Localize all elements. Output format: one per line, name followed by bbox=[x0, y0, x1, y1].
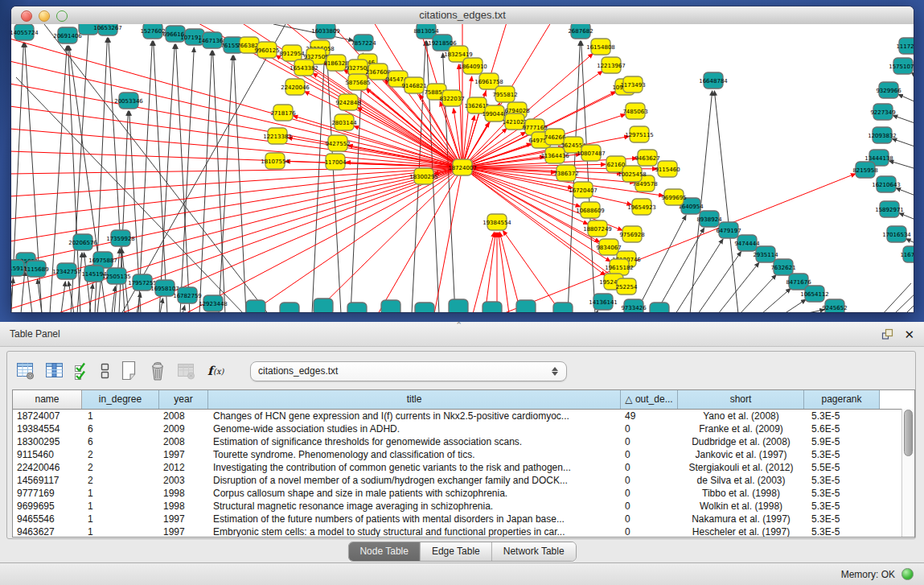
table-scrollbar[interactable] bbox=[901, 409, 915, 537]
cell-short: Jankovic et al. (1997) bbox=[678, 448, 804, 461]
graph-node[interactable] bbox=[553, 303, 573, 312]
float-panel-icon[interactable] bbox=[881, 328, 893, 340]
graph-node-label: 10025458 bbox=[618, 171, 647, 178]
column-header-out_de[interactable]: △ out_de... bbox=[621, 390, 678, 409]
table-row[interactable]: 977716911998Corpus callosum shape and si… bbox=[13, 487, 914, 500]
graph-node-label: 16210643 bbox=[872, 182, 901, 188]
table-row[interactable]: 1456911722003Disruption of a novel membe… bbox=[13, 474, 914, 487]
graph-node-label: 746266 bbox=[544, 134, 566, 141]
cell-pagerank: 5.5E-5 bbox=[804, 461, 880, 474]
cell-title: Investigating the contribution of common… bbox=[208, 461, 621, 474]
cell-pagerank: 5.3E-5 bbox=[804, 448, 880, 461]
cell-short: Yano et al. (2008) bbox=[678, 410, 804, 422]
network-window-titlebar[interactable]: citations_edges.txt bbox=[11, 6, 914, 25]
graph-node[interactable] bbox=[449, 299, 468, 312]
create-table-icon[interactable] bbox=[118, 360, 139, 382]
graph-node[interactable] bbox=[314, 299, 333, 312]
table-panel-header[interactable]: ⌃ Table Panel ✕ bbox=[0, 322, 924, 347]
tab-edge-table[interactable]: Edge Table bbox=[420, 542, 491, 561]
cell-short: Wolkin et al. (1998) bbox=[678, 500, 804, 513]
column-header-title[interactable]: title bbox=[208, 390, 621, 409]
column-header-name[interactable]: name bbox=[13, 390, 82, 409]
graph-node[interactable] bbox=[415, 303, 434, 312]
table-panel: ⌃ Table Panel ✕ bbox=[0, 322, 924, 585]
table-header-row: namein_degreeyeartitle△ out_de...shortpa… bbox=[13, 390, 914, 410]
graph-node-label: 12975115 bbox=[625, 132, 654, 138]
graph-node-label: 9245652 bbox=[822, 305, 847, 311]
tab-network-table[interactable]: Network Table bbox=[491, 542, 576, 561]
show-columns-icon[interactable] bbox=[44, 360, 65, 381]
graph-node-label: 9329966 bbox=[876, 88, 901, 94]
graph-node-label: 17359928 bbox=[106, 236, 135, 242]
cell-out_de: 0 bbox=[621, 487, 678, 500]
table-selector-dropdown[interactable]: citations_edges.txt bbox=[250, 361, 567, 381]
graph-node[interactable] bbox=[516, 300, 536, 312]
column-header-short[interactable]: short bbox=[678, 390, 804, 409]
svg-text:(x): (x) bbox=[213, 367, 225, 376]
table-browser: f (x) citations_edges.txt namein_degreey… bbox=[6, 351, 916, 539]
graph-node-label: 19615182 bbox=[605, 265, 634, 271]
column-header-pagerank[interactable]: pagerank bbox=[804, 390, 880, 409]
table-row[interactable]: 1872400712008Changes of HCN gene express… bbox=[13, 410, 914, 422]
graph-node-label: 62160 bbox=[607, 162, 625, 168]
cell-in_degree: 1 bbox=[82, 487, 159, 500]
graph-node-label: 18724007 bbox=[448, 165, 477, 171]
graph-node[interactable] bbox=[246, 300, 265, 312]
function-builder-icon[interactable]: f (x) bbox=[205, 360, 229, 381]
import-table-icon[interactable] bbox=[176, 360, 197, 381]
table-row[interactable]: 969969511998Structural magnetic resonanc… bbox=[13, 500, 914, 513]
table-row[interactable]: 1830029562008Estimation of significance … bbox=[13, 435, 914, 448]
graph-node-label: 22420046 bbox=[281, 84, 310, 91]
graph-node-label: 1117205 bbox=[896, 43, 914, 50]
table-mode-icon[interactable] bbox=[15, 360, 36, 381]
column-header-in_degree[interactable]: in_degree bbox=[82, 390, 159, 409]
network-view[interactable]: 1405572420691406106532671527602696616010… bbox=[11, 24, 914, 312]
column-header-year[interactable]: year bbox=[159, 390, 208, 409]
graph-node-label: 7386372 bbox=[553, 171, 578, 177]
tab-node-table[interactable]: Node Table bbox=[348, 542, 420, 561]
cell-year: 1997 bbox=[159, 525, 208, 538]
graph-node[interactable] bbox=[280, 303, 299, 312]
cell-in_degree: 6 bbox=[82, 422, 159, 435]
graph-node-label: 8471676 bbox=[786, 279, 811, 286]
table-row[interactable]: 946554611997Estimation of the future num… bbox=[13, 513, 914, 525]
graph-node-label: 16958107 bbox=[150, 286, 179, 292]
graph-node[interactable] bbox=[381, 300, 400, 312]
graph-node-label: 7632621 bbox=[770, 265, 795, 271]
graph-node-label: 9756928 bbox=[619, 232, 644, 238]
cell-name: 9777169 bbox=[13, 487, 82, 500]
graph-node-label: 7955812 bbox=[492, 92, 517, 98]
delete-table-icon[interactable] bbox=[147, 360, 168, 382]
scrollbar-thumb[interactable] bbox=[904, 410, 913, 456]
close-panel-icon[interactable]: ✕ bbox=[904, 328, 914, 340]
cell-short: Hescheler et al. (1997) bbox=[678, 525, 804, 538]
graph-node-label: 15892971 bbox=[875, 207, 904, 213]
cell-name: 18300295 bbox=[13, 435, 82, 448]
graph-node[interactable] bbox=[483, 302, 502, 312]
panel-resize-grip-icon[interactable]: ⌃ bbox=[455, 320, 462, 331]
graph-node-label: 10654112 bbox=[800, 291, 829, 298]
graph-node-label: 16033809 bbox=[311, 28, 340, 35]
graph-node[interactable] bbox=[347, 303, 367, 312]
graph-node-label: 9463627 bbox=[634, 155, 659, 162]
table-row[interactable]: 1938455462009Genome-wide association stu… bbox=[13, 422, 914, 435]
rows-icon[interactable] bbox=[99, 360, 110, 381]
graph-node[interactable] bbox=[650, 303, 669, 312]
graph-node-label: 8215958 bbox=[852, 167, 877, 174]
select-all-icon[interactable] bbox=[73, 360, 91, 381]
cell-out_de: 0 bbox=[621, 422, 678, 435]
table-row[interactable]: 2242004622012Investigating the contribut… bbox=[13, 461, 914, 474]
graph-node-label: 117004 bbox=[325, 159, 347, 166]
memory-indicator-icon[interactable] bbox=[901, 568, 914, 580]
status-bar: Memory: OK bbox=[0, 562, 924, 585]
cell-in_degree: 2 bbox=[82, 448, 159, 461]
cell-name: 19384554 bbox=[13, 422, 82, 435]
cell-in_degree: 2 bbox=[82, 474, 159, 487]
table-row[interactable]: 946362711997Embryonic stem cells: a mode… bbox=[13, 525, 914, 538]
cell-year: 2003 bbox=[159, 474, 208, 487]
cell-title: Corpus callosum shape and size in male p… bbox=[208, 487, 621, 500]
table-row[interactable]: 911546021997Tourette syndrome. Phenomeno… bbox=[13, 448, 914, 461]
graph-node-label: 1990448 bbox=[482, 111, 507, 117]
cell-title: Estimation of significance thresholds fo… bbox=[208, 435, 621, 448]
graph-node-label: 8938924 bbox=[696, 216, 722, 223]
